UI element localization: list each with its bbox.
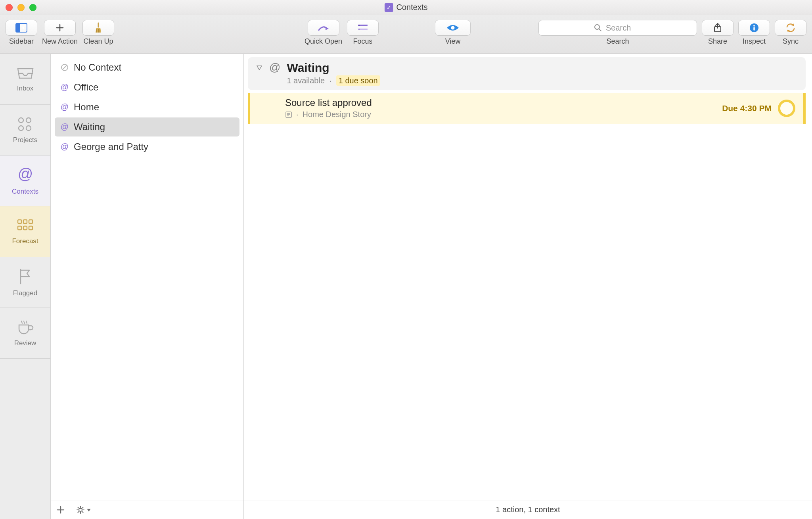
context-row[interactable]: @Waiting xyxy=(55,117,239,136)
svg-rect-25 xyxy=(23,226,27,230)
svg-point-18 xyxy=(19,126,23,131)
new-action-label: New Action xyxy=(42,37,78,46)
context-row[interactable]: @George and Patty xyxy=(55,137,239,156)
svg-rect-24 xyxy=(18,226,21,230)
context-row[interactable]: @Office xyxy=(55,78,239,97)
perspective-label: Forecast xyxy=(12,237,38,245)
context-list: No Context@Office@Home@Waiting@George an… xyxy=(51,54,244,519)
focus-button[interactable] xyxy=(347,20,379,36)
perspective-label: Inbox xyxy=(17,85,34,92)
task-project: Home Design Story xyxy=(303,110,371,119)
perspective-contexts[interactable]: @ Contexts xyxy=(0,156,50,206)
search-field[interactable] xyxy=(538,20,697,36)
sidebar-toggle-label: Sidebar xyxy=(9,37,34,46)
context-at-icon: @ xyxy=(269,62,280,73)
at-icon: @ xyxy=(17,166,34,184)
app-icon xyxy=(385,3,393,12)
svg-point-7 xyxy=(358,29,360,30)
svg-marker-3 xyxy=(326,27,329,30)
sync-button[interactable] xyxy=(775,20,806,36)
section-header: @ Waiting 1 available · 1 due soon xyxy=(248,57,806,90)
perspective-projects[interactable]: Projects xyxy=(0,105,50,156)
context-list-footer xyxy=(51,500,243,519)
svg-point-12 xyxy=(753,25,755,27)
section-subtitle: 1 available · 1 due soon xyxy=(287,76,380,85)
svg-point-17 xyxy=(26,118,31,123)
svg-point-9 xyxy=(595,25,599,29)
at-icon: @ xyxy=(60,103,69,111)
svg-text:@: @ xyxy=(61,103,69,111)
search-icon xyxy=(594,24,602,32)
perspective-label: Review xyxy=(14,339,36,347)
task-status-circle[interactable] xyxy=(778,100,795,117)
task-row[interactable]: Source list approved·Home Design StoryDu… xyxy=(248,93,806,124)
sync-label: Sync xyxy=(783,37,799,46)
new-action-button[interactable] xyxy=(44,20,76,36)
svg-text:@: @ xyxy=(61,83,69,91)
at-icon: @ xyxy=(60,83,69,92)
sidebar-toggle-button[interactable] xyxy=(6,20,37,36)
svg-marker-33 xyxy=(87,509,91,511)
perspective-forecast[interactable]: Forecast xyxy=(0,206,50,257)
share-label: Share xyxy=(708,37,727,46)
section-title: Waiting xyxy=(287,61,380,75)
no-context-icon xyxy=(60,63,69,72)
disclosure-triangle[interactable] xyxy=(256,64,263,71)
svg-text:@: @ xyxy=(17,166,33,182)
perspective-label: Flagged xyxy=(13,289,37,297)
quick-open-icon xyxy=(318,23,329,33)
window-minimize-button[interactable] xyxy=(17,4,25,11)
svg-rect-23 xyxy=(29,220,33,223)
svg-rect-13 xyxy=(753,27,755,31)
inspect-button[interactable] xyxy=(738,20,770,36)
add-context-button[interactable] xyxy=(56,506,65,514)
at-icon: @ xyxy=(60,142,69,151)
svg-rect-22 xyxy=(23,220,27,223)
window-close-button[interactable] xyxy=(6,4,13,11)
context-row[interactable]: @Home xyxy=(55,98,239,117)
quick-open-button[interactable] xyxy=(308,20,339,36)
svg-rect-21 xyxy=(18,220,21,223)
sidebar-icon xyxy=(15,23,27,33)
task-title: Source list approved xyxy=(285,97,722,108)
context-label: Home xyxy=(74,102,99,113)
info-icon xyxy=(749,23,759,33)
svg-point-8 xyxy=(451,26,455,30)
inspect-label: Inspect xyxy=(743,37,766,46)
view-button[interactable] xyxy=(435,20,471,36)
coffee-icon xyxy=(16,319,35,335)
search-input[interactable] xyxy=(606,23,642,33)
window-title: Contexts xyxy=(0,0,812,15)
perspective-label: Contexts xyxy=(12,188,38,196)
svg-rect-1 xyxy=(16,23,20,32)
clean-up-label: Clean Up xyxy=(84,37,113,46)
inbox-icon xyxy=(16,66,34,81)
eye-icon xyxy=(446,24,460,32)
svg-point-16 xyxy=(19,118,23,123)
svg-text:@: @ xyxy=(61,142,69,151)
task-due-label: Due 4:30 PM xyxy=(722,104,772,113)
quick-open-label: Quick Open xyxy=(304,37,342,46)
context-row[interactable]: No Context xyxy=(55,58,239,77)
share-button[interactable] xyxy=(702,20,733,36)
clean-up-button[interactable] xyxy=(82,20,114,36)
perspective-review[interactable]: Review xyxy=(0,308,50,359)
at-icon: @ xyxy=(60,123,69,131)
broom-icon xyxy=(93,22,104,33)
content-pane: @ Waiting 1 available · 1 due soon Sourc… xyxy=(244,54,812,519)
flag-icon xyxy=(17,268,33,285)
perspective-inbox[interactable]: Inbox xyxy=(0,54,50,105)
context-label: George and Patty xyxy=(74,141,148,152)
plus-icon xyxy=(55,23,65,33)
gear-menu-button[interactable] xyxy=(76,506,91,514)
context-label: Office xyxy=(74,82,98,93)
svg-point-6 xyxy=(358,25,360,26)
task-subtitle: ·Home Design Story xyxy=(285,110,722,119)
status-bar-text: 1 action, 1 context xyxy=(496,505,560,514)
sync-icon xyxy=(785,23,796,33)
svg-text:@: @ xyxy=(61,123,69,131)
perspective-flagged[interactable]: Flagged xyxy=(0,257,50,308)
window-zoom-button[interactable] xyxy=(29,4,36,11)
window-controls xyxy=(6,4,36,11)
svg-rect-26 xyxy=(29,226,33,230)
